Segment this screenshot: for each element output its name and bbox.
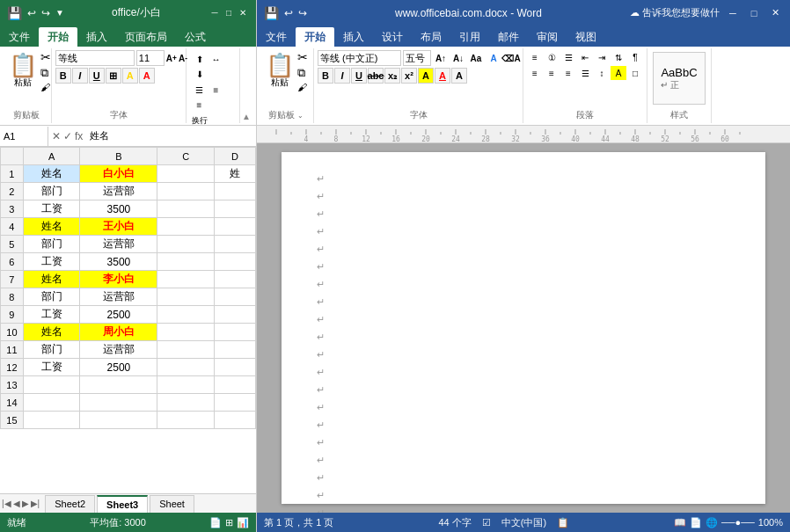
excel-cell-a7[interactable]: 姓名 <box>23 271 80 288</box>
word-tab-home[interactable]: 开始 <box>296 27 334 47</box>
word-copy-btn[interactable]: ⧉ <box>297 66 308 80</box>
excel-align-center-btn[interactable]: ≡ <box>208 83 224 97</box>
excel-cell-d6[interactable] <box>215 253 256 271</box>
word-bullets-btn[interactable]: ≡ <box>527 50 543 64</box>
word-multilevel-btn[interactable]: ☰ <box>560 50 576 64</box>
excel-col-a-header[interactable]: A <box>23 148 80 165</box>
excel-cell-b9[interactable]: 2500 <box>80 306 157 324</box>
word-tab-review[interactable]: 审阅 <box>528 27 567 47</box>
excel-font-name-input[interactable] <box>55 50 135 66</box>
word-line[interactable]: ↵ <box>317 310 730 328</box>
excel-save-icon[interactable]: 💾 <box>7 6 22 20</box>
excel-underline-btn[interactable]: U <box>89 68 105 84</box>
excel-cell-d1[interactable]: 姓 <box>215 165 256 183</box>
excel-cell-d10[interactable] <box>215 324 256 341</box>
excel-cell-a10[interactable]: 姓名 <box>23 324 80 341</box>
word-decrease-indent-btn[interactable]: ⇤ <box>577 50 593 64</box>
excel-tab-pagelayout[interactable]: 页面布局 <box>116 27 176 47</box>
word-restore-btn[interactable]: □ <box>746 5 762 21</box>
excel-redo-icon[interactable]: ↪ <box>41 7 50 19</box>
excel-cell-b13[interactable] <box>80 376 157 394</box>
excel-cell-d2[interactable] <box>215 183 256 200</box>
excel-cell-a5[interactable]: 部门 <box>23 236 80 253</box>
excel-tab-file[interactable]: 文件 <box>0 27 39 47</box>
word-font-name-input[interactable] <box>318 50 401 66</box>
excel-cell-b6[interactable]: 3500 <box>80 253 157 271</box>
excel-cell-b5[interactable]: 运营部 <box>80 236 157 253</box>
word-tab-view[interactable]: 视图 <box>567 27 605 47</box>
excel-cell-c5[interactable] <box>157 236 215 253</box>
excel-dropdown-icon[interactable]: ▼ <box>55 8 64 18</box>
word-line[interactable]: ↵ <box>317 451 730 469</box>
excel-cell-d7[interactable] <box>215 271 256 288</box>
word-line[interactable]: ↵ <box>317 504 730 513</box>
word-line[interactable]: ↵ <box>317 398 730 416</box>
excel-cell-a3[interactable]: 工资 <box>23 200 80 218</box>
excel-col-b-header[interactable]: B <box>80 148 157 165</box>
excel-cell-a2[interactable]: 部门 <box>23 183 80 200</box>
excel-tab-formula[interactable]: 公式 <box>176 27 215 47</box>
excel-cell-d9[interactable] <box>215 306 256 324</box>
excel-cell-a6[interactable]: 工资 <box>23 253 80 271</box>
word-superscript-btn[interactable]: x² <box>401 68 417 84</box>
excel-cell-c6[interactable] <box>157 253 215 271</box>
word-line[interactable]: ↵ <box>317 328 730 346</box>
excel-cell-a9[interactable]: 工资 <box>23 306 80 324</box>
word-zoom-slider[interactable]: ──●── <box>721 517 755 528</box>
word-doc-area[interactable]: ↵↵↵↵↵↵↵↵↵↵↵↵↵↵↵↵↵↵↵↵ <box>257 143 790 513</box>
excel-cell-b3[interactable]: 3500 <box>80 200 157 218</box>
excel-cell-c9[interactable] <box>157 306 215 324</box>
excel-sheet-nav-next[interactable]: ▶ <box>22 499 29 508</box>
word-show-marks-btn[interactable]: ¶ <box>627 50 643 64</box>
excel-tab-insert[interactable]: 插入 <box>77 27 116 47</box>
word-text-effects-btn[interactable]: A <box>486 50 501 66</box>
word-web-view-btn[interactable]: 🌐 <box>706 517 718 528</box>
excel-cell-a1[interactable]: 姓名 <box>23 165 80 183</box>
excel-sheet-tab-sheet[interactable]: Sheet <box>150 495 194 513</box>
word-tab-file[interactable]: 文件 <box>257 27 296 47</box>
excel-confirm-icon[interactable]: ✓ <box>63 130 72 142</box>
excel-copy-btn[interactable]: ⧉ <box>40 66 51 80</box>
excel-cell-d8[interactable] <box>215 288 256 306</box>
excel-italic-btn[interactable]: I <box>72 68 88 84</box>
excel-cell-a8[interactable]: 部门 <box>23 288 80 306</box>
excel-cell-a12[interactable]: 工资 <box>23 359 80 376</box>
word-font-inc-btn[interactable]: A↑ <box>433 50 449 66</box>
excel-sheet-tab-sheet2[interactable]: Sheet2 <box>45 495 95 513</box>
word-sort-btn[interactable]: ⇅ <box>611 50 626 64</box>
word-line[interactable]: ↵ <box>317 170 730 187</box>
word-line[interactable]: ↵ <box>317 416 730 434</box>
word-format-btn[interactable]: 🖌 <box>297 82 308 92</box>
excel-undo-icon[interactable]: ↩ <box>27 7 36 19</box>
excel-cell-c13[interactable] <box>157 376 215 394</box>
word-minimize-btn[interactable]: ─ <box>725 5 741 21</box>
word-clear-format-btn[interactable]: Aa <box>468 50 484 66</box>
excel-cell-a4[interactable]: 姓名 <box>23 218 80 236</box>
excel-paste-btn[interactable]: 📋 粘贴 <box>7 52 39 91</box>
word-style-preview[interactable]: AaBbC ↵ 正 <box>653 52 706 105</box>
excel-cell-d15[interactable] <box>215 412 256 429</box>
word-paste-btn[interactable]: 📋 粘贴 <box>264 52 296 91</box>
word-increase-indent-btn[interactable]: ⇥ <box>594 50 610 64</box>
word-redo-icon[interactable]: ↪ <box>298 7 307 19</box>
excel-cell-c10[interactable] <box>157 324 215 341</box>
word-font-size-input[interactable] <box>403 50 431 66</box>
excel-cell-b7[interactable]: 李小白 <box>80 271 157 288</box>
word-tab-design[interactable]: 设计 <box>373 27 412 47</box>
word-close-btn[interactable]: ✕ <box>767 5 783 21</box>
word-help-btn[interactable]: ☁ 吿诉我您想要做什 <box>630 6 720 19</box>
excel-align-top-btn[interactable]: ⬆ <box>192 52 208 66</box>
excel-sheet-nav-prev[interactable]: ◀ <box>13 499 20 508</box>
word-line[interactable]: ↵ <box>317 293 730 310</box>
excel-minimize-btn[interactable]: ─ <box>208 7 221 19</box>
word-line[interactable]: ↵ <box>317 187 730 205</box>
excel-close-btn[interactable]: ✕ <box>237 7 249 19</box>
excel-font-size-input[interactable] <box>136 50 165 66</box>
excel-cell-c15[interactable] <box>157 412 215 429</box>
excel-col-d-header[interactable]: D <box>215 148 256 165</box>
word-line[interactable]: ↵ <box>317 205 730 222</box>
excel-cell-c1[interactable] <box>157 165 215 183</box>
excel-cell-a15[interactable] <box>23 412 80 429</box>
excel-fx-icon[interactable]: fx <box>75 130 83 142</box>
excel-wrap-btn[interactable]: 换行 <box>192 113 208 126</box>
